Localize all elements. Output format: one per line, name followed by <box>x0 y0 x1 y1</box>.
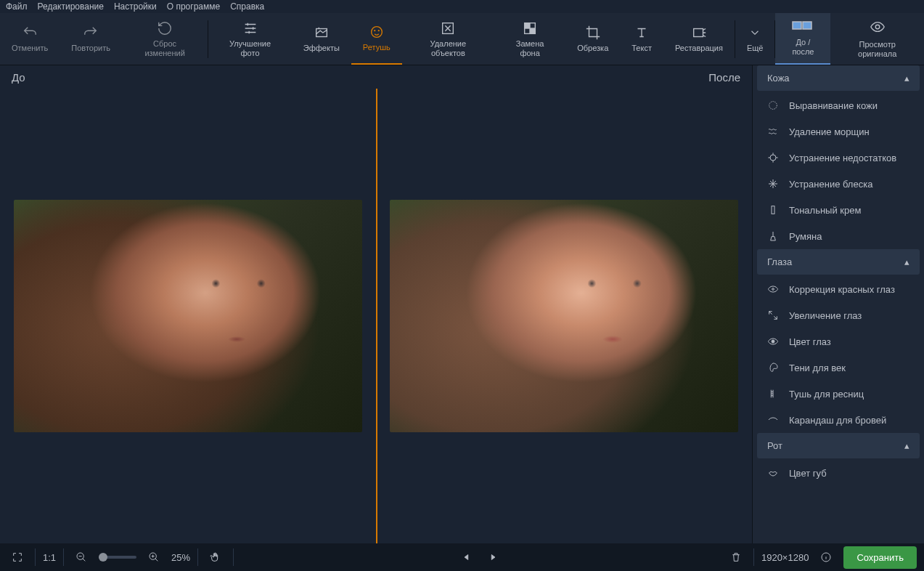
reset-button[interactable]: Сброс изменений <box>122 13 208 65</box>
replace-bg-tool[interactable]: Замена фона <box>494 13 565 65</box>
footer-bar: 1:1 25% 1920×1280 Сохранить <box>0 543 924 571</box>
svg-rect-7 <box>530 28 535 33</box>
item-lip-color[interactable]: Цвет губ <box>753 460 924 486</box>
restore-tool[interactable]: Реставрация <box>663 13 735 65</box>
brush-icon <box>767 230 779 242</box>
svg-rect-6 <box>525 23 530 28</box>
svg-point-16 <box>772 340 774 343</box>
collapse-icon: ▴ <box>904 256 909 267</box>
collapse-icon: ▴ <box>904 440 909 451</box>
redo-icon <box>83 25 99 41</box>
svg-point-2 <box>375 31 375 31</box>
expand-icon <box>767 309 779 321</box>
svg-point-15 <box>772 288 774 291</box>
svg-rect-10 <box>803 22 811 29</box>
bg-icon <box>522 20 538 36</box>
after-image <box>390 200 738 432</box>
section-mouth[interactable]: Рот ▴ <box>757 433 920 458</box>
menu-help[interactable]: Справка <box>230 1 264 12</box>
sliders-icon <box>242 20 258 36</box>
svg-point-3 <box>378 31 379 31</box>
after-pane[interactable] <box>376 89 752 543</box>
zoom-slider[interactable] <box>99 556 136 559</box>
next-button[interactable] <box>483 547 503 567</box>
sparkle-icon <box>767 178 779 190</box>
wave-icon <box>767 126 779 137</box>
restore-icon <box>691 25 707 41</box>
svg-rect-8 <box>694 29 703 37</box>
main-toolbar: Отменить Повторить Сброс изменений Улучш… <box>0 13 924 65</box>
menu-about[interactable]: О программе <box>167 1 220 12</box>
zoom-in-button[interactable] <box>144 547 164 567</box>
canvas-area: До После <box>0 65 752 543</box>
face-icon <box>369 24 385 40</box>
smoothing-icon <box>767 100 779 111</box>
item-eye-shadow[interactable]: Тени для век <box>753 355 924 381</box>
item-eye-color[interactable]: Цвет глаз <box>753 328 924 355</box>
remove-icon <box>440 20 456 36</box>
svg-point-13 <box>770 155 776 161</box>
svg-point-11 <box>875 25 880 29</box>
save-button[interactable]: Сохранить <box>843 546 917 569</box>
item-red-eye[interactable]: Коррекция красных глаз <box>753 276 924 302</box>
item-shine-removal[interactable]: Устранение блеска <box>753 171 924 197</box>
zoom-value: 25% <box>171 552 190 563</box>
bottle-icon <box>767 204 779 216</box>
item-wrinkle-removal[interactable]: Удаление морщин <box>753 118 924 145</box>
view-original[interactable]: Просмотр оригинала <box>830 13 924 65</box>
pan-button[interactable] <box>205 547 226 567</box>
lips-icon <box>767 467 779 479</box>
crop-tool[interactable]: Обрезка <box>565 13 620 65</box>
svg-rect-9 <box>793 22 801 29</box>
delete-button[interactable] <box>726 547 746 567</box>
retouch-panel: Кожа ▴ Выравнивание кожи Удаление морщин… <box>752 65 924 543</box>
before-after-view[interactable]: До / после <box>775 13 830 65</box>
eye-icon <box>870 19 886 37</box>
effects-icon <box>314 25 330 41</box>
item-blemish-removal[interactable]: Устранение недостатков <box>753 145 924 171</box>
section-eyes[interactable]: Глаза ▴ <box>757 249 920 275</box>
remove-objects-tool[interactable]: Удаление объектов <box>402 13 494 65</box>
item-skin-smoothing[interactable]: Выравнивание кожи <box>753 92 924 118</box>
menu-edit[interactable]: Редактирование <box>38 1 104 12</box>
menu-settings[interactable]: Настройки <box>114 1 157 12</box>
target-icon <box>767 152 779 163</box>
zoom-out-button[interactable] <box>71 547 91 567</box>
item-enlarge-eyes[interactable]: Увеличение глаз <box>753 302 924 328</box>
item-eyebrow-pencil[interactable]: Карандаш для бровей <box>753 407 924 433</box>
after-label: После <box>708 71 740 84</box>
menu-file[interactable]: Файл <box>6 1 28 12</box>
crop-icon <box>585 25 601 41</box>
main-area: До После Кожа ▴ Выравнивание кожи Удален… <box>0 65 924 543</box>
menu-bar: Файл Редактирование Настройки О программ… <box>0 0 924 13</box>
text-tool[interactable]: Текст <box>620 13 663 65</box>
fullscreen-button[interactable] <box>7 547 28 567</box>
undo-icon <box>22 25 38 41</box>
collapse-icon: ▴ <box>904 73 909 84</box>
before-pane[interactable] <box>0 89 376 543</box>
item-foundation[interactable]: Тональный крем <box>753 197 924 223</box>
text-icon <box>634 25 650 41</box>
more-tools-button[interactable]: Ещё <box>735 22 775 56</box>
fit-label[interactable]: 1:1 <box>43 552 56 563</box>
section-skin[interactable]: Кожа ▴ <box>757 65 920 91</box>
before-label: До <box>12 71 25 84</box>
palette-icon <box>767 362 779 373</box>
mascara-icon <box>767 388 779 400</box>
retouch-tool[interactable]: Ретушь <box>351 13 402 65</box>
item-blush[interactable]: Румяна <box>753 223 924 249</box>
eye-icon <box>767 336 779 347</box>
effects-tool[interactable]: Эффекты <box>292 13 351 65</box>
svg-point-12 <box>769 102 777 110</box>
redo-button[interactable]: Повторить <box>60 13 122 65</box>
info-button[interactable] <box>816 547 836 567</box>
reset-icon <box>157 20 173 36</box>
compare-divider[interactable] <box>376 89 377 543</box>
item-mascara[interactable]: Тушь для ресниц <box>753 381 924 407</box>
prev-button[interactable] <box>457 547 477 567</box>
image-dimensions: 1920×1280 <box>761 552 809 563</box>
chevron-down-icon <box>747 25 763 41</box>
enhance-tool[interactable]: Улучшение фото <box>208 13 292 65</box>
undo-button[interactable]: Отменить <box>0 13 60 65</box>
eye-icon <box>767 283 779 295</box>
